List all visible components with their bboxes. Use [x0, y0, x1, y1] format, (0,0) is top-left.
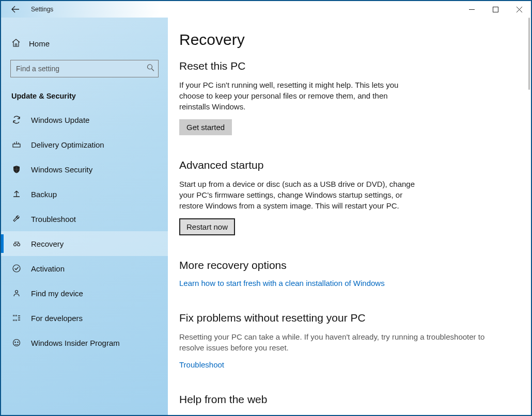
sidebar-item-for-developers[interactable]: For developers	[1, 306, 168, 330]
close-button[interactable]	[507, 1, 531, 18]
home-nav-item[interactable]: Home	[1, 33, 168, 54]
minimize-button[interactable]	[460, 1, 483, 18]
section-reset-pc: Reset this PC If your PC isn't running w…	[179, 60, 510, 135]
svg-point-10	[15, 291, 18, 293]
svg-point-12	[14, 342, 16, 343]
get-started-button[interactable]: Get started	[179, 119, 232, 135]
search-container	[10, 60, 159, 77]
advanced-body: Start up from a device or disc (such as …	[179, 179, 417, 211]
sidebar-item-recovery[interactable]: Recovery	[1, 231, 168, 256]
reset-body: If your PC isn't running well, resetting…	[179, 79, 417, 112]
sidebar-item-label: Delivery Optimization	[31, 140, 104, 149]
sidebar-item-windows-security[interactable]: Windows Security	[1, 157, 168, 182]
scrollbar-track[interactable]	[528, 18, 530, 415]
home-icon	[11, 38, 21, 49]
sidebar-item-windows-insider[interactable]: Windows Insider Program	[1, 330, 168, 355]
nav-heading: Update & Security	[1, 87, 168, 107]
sidebar-item-label: Recovery	[31, 239, 64, 248]
recovery-icon	[11, 239, 22, 248]
find-device-icon	[11, 289, 22, 298]
svg-point-9	[13, 265, 20, 272]
titlebar: Settings	[1, 1, 531, 18]
back-arrow-icon	[11, 5, 20, 13]
restart-now-button[interactable]: Restart now	[179, 218, 235, 235]
sidebar-item-find-my-device[interactable]: Find my device	[1, 281, 168, 306]
delivery-icon	[11, 140, 22, 149]
svg-point-7	[14, 244, 17, 246]
svg-rect-1	[493, 7, 498, 12]
insider-icon	[11, 338, 22, 347]
wrench-icon	[11, 214, 22, 223]
sync-icon	[11, 115, 22, 124]
scrollbar-thumb[interactable]	[528, 18, 530, 90]
minimize-icon	[469, 7, 475, 12]
sidebar-item-label: Windows Update	[31, 116, 89, 124]
maximize-button[interactable]	[483, 1, 507, 18]
svg-point-8	[18, 244, 20, 246]
window-title: Settings	[31, 6, 53, 13]
fresh-install-link[interactable]: Learn how to start fresh with a clean in…	[179, 279, 385, 287]
shield-icon	[11, 165, 22, 174]
sidebar-item-backup[interactable]: Backup	[1, 182, 168, 206]
section-more-recovery: More recovery options Learn how to start…	[179, 259, 510, 288]
sidebar-item-label: Windows Security	[31, 165, 92, 174]
more-heading: More recovery options	[179, 259, 510, 271]
search-input[interactable]	[10, 60, 159, 77]
sidebar-item-activation[interactable]: Activation	[1, 256, 168, 281]
search-icon	[147, 64, 154, 74]
svg-point-4	[148, 65, 152, 69]
maximize-icon	[493, 7, 498, 12]
close-icon	[517, 7, 522, 12]
sidebar-item-delivery-optimization[interactable]: Delivery Optimization	[1, 132, 168, 157]
fix-heading: Fix problems without resetting your PC	[179, 312, 510, 324]
sidebar-item-label: Windows Insider Program	[31, 339, 120, 347]
page-title: Recovery	[179, 31, 510, 49]
sidebar-item-label: Backup	[31, 190, 57, 199]
help-heading: Help from the web	[179, 393, 510, 406]
settings-window: Settings Home	[0, 0, 532, 416]
sidebar: Home Update & Security Windows Update	[1, 18, 168, 415]
sidebar-item-windows-update[interactable]: Windows Update	[1, 107, 168, 132]
reset-heading: Reset this PC	[179, 60, 510, 72]
sidebar-item-troubleshoot[interactable]: Troubleshoot	[1, 206, 168, 231]
fix-body: Resetting your PC can take a while. If y…	[179, 331, 510, 353]
advanced-heading: Advanced startup	[179, 159, 510, 171]
svg-line-5	[152, 69, 154, 71]
section-advanced-startup: Advanced startup Start up from a device …	[179, 159, 510, 235]
developers-icon	[11, 313, 22, 323]
svg-rect-6	[13, 144, 20, 147]
svg-point-13	[17, 342, 19, 343]
section-help-web: Help from the web	[179, 393, 510, 406]
check-circle-icon	[11, 264, 22, 273]
backup-icon	[11, 189, 22, 199]
sidebar-item-label: Troubleshoot	[31, 215, 76, 223]
sidebar-item-label: Activation	[31, 264, 65, 273]
section-fix-problems: Fix problems without resetting your PC R…	[179, 312, 510, 370]
back-button[interactable]	[10, 4, 21, 14]
sidebar-item-label: Find my device	[31, 289, 83, 298]
content-area: Recovery Reset this PC If your PC isn't …	[168, 18, 531, 415]
home-label: Home	[29, 39, 50, 48]
troubleshoot-link[interactable]: Troubleshoot	[179, 360, 224, 369]
sidebar-item-label: For developers	[31, 314, 83, 323]
